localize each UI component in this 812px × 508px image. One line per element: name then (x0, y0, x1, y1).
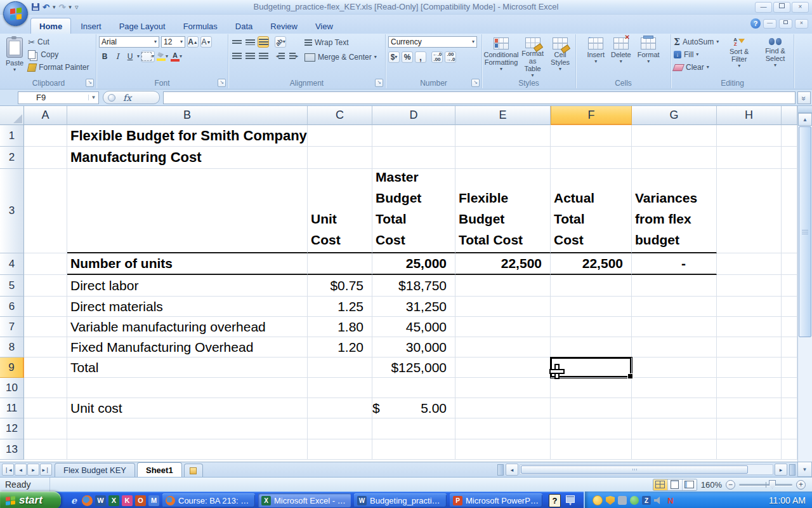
font-name-select[interactable]: Arial▾ (99, 36, 159, 48)
format-as-table-button[interactable]: Format as Table▾ (519, 36, 546, 79)
cell-D2[interactable] (372, 147, 455, 169)
workbook-restore-button[interactable] (779, 19, 792, 29)
page-layout-view-button[interactable] (668, 479, 683, 490)
cell-E13[interactable] (455, 439, 551, 460)
outlook-icon[interactable]: O (135, 495, 146, 506)
column-header-B[interactable]: B (67, 106, 308, 125)
cell-F5[interactable] (551, 275, 632, 297)
workbook-close-button[interactable]: × (795, 19, 808, 29)
insert-worksheet-button[interactable] (184, 464, 203, 477)
fill-handle[interactable] (627, 373, 633, 379)
update-icon[interactable] (630, 496, 639, 505)
excel-icon[interactable]: X (108, 495, 119, 506)
task-button-powerpoint[interactable]: P Microsoft PowerPoint ... (450, 493, 542, 507)
column-header-H[interactable]: H (717, 106, 782, 125)
cell-F8[interactable] (551, 337, 632, 358)
cell-H4[interactable] (717, 253, 782, 275)
bold-button[interactable]: B (99, 51, 110, 62)
maximize-button[interactable] (773, 2, 790, 13)
column-header-F[interactable]: F (551, 106, 632, 125)
cell-E5[interactable] (455, 275, 551, 297)
key-icon[interactable] (618, 496, 627, 505)
cell-D6[interactable]: 31,250 (372, 297, 455, 317)
zoom-slider-thumb[interactable] (769, 480, 776, 489)
cell-G5[interactable] (632, 275, 717, 297)
cell-F13[interactable] (551, 439, 632, 460)
cell-H8[interactable] (717, 337, 782, 358)
cell-H2[interactable] (717, 147, 782, 169)
cell-B3[interactable] (67, 169, 308, 253)
cell-C2[interactable] (308, 147, 372, 169)
cell-H10[interactable] (717, 378, 782, 398)
shield-icon[interactable] (606, 496, 615, 505)
column-header-C[interactable]: C (308, 106, 372, 125)
cell-E6[interactable] (455, 297, 551, 317)
cell-I12[interactable] (782, 418, 797, 439)
cell-E12[interactable] (455, 418, 551, 439)
cell-B5[interactable]: Direct labor (67, 275, 308, 297)
align-left-button[interactable] (231, 50, 242, 62)
select-all-corner[interactable] (0, 106, 24, 125)
font-size-select[interactable]: 12▾ (161, 36, 185, 48)
cell-G2[interactable] (632, 147, 717, 169)
cell-G4[interactable]: - (632, 253, 717, 275)
task-button-excel[interactable]: X Microsoft Excel - Bud... (258, 493, 351, 507)
align-center-button[interactable] (244, 50, 256, 62)
decrease-indent-button[interactable]: ◂ (275, 50, 286, 62)
cell-E3[interactable]: Flexible Budget Total Cost (455, 169, 551, 253)
word-icon[interactable]: W (95, 495, 106, 506)
column-header-A[interactable]: A (24, 106, 67, 125)
cell-G10[interactable] (632, 378, 717, 398)
underline-button[interactable]: U (124, 51, 136, 62)
cell-I4[interactable] (782, 253, 797, 275)
cell-H11[interactable] (717, 398, 782, 418)
scroll-right-icon[interactable]: ▸ (775, 464, 787, 476)
cell-B13[interactable] (67, 439, 308, 460)
last-sheet-icon[interactable]: ▸❘ (40, 464, 52, 476)
cell-I8[interactable] (782, 337, 797, 358)
cell-C11[interactable] (308, 398, 372, 418)
scroll-left-icon[interactable]: ◂ (506, 464, 518, 476)
row-header-10[interactable]: 10 (0, 378, 24, 398)
horizontal-scroll-thumb[interactable] (521, 465, 748, 474)
insert-cells-button[interactable]: Insert▾ (585, 36, 606, 79)
cell-E2[interactable] (455, 147, 551, 169)
tab-insert[interactable]: Insert (72, 18, 110, 34)
zoom-level[interactable]: 160% (701, 480, 722, 490)
column-header-G[interactable]: G (632, 106, 717, 125)
cell-D12[interactable] (372, 418, 455, 439)
cell-G12[interactable] (632, 418, 717, 439)
cut-button[interactable]: ✂Cut (28, 36, 89, 48)
horizontal-split-handle[interactable] (789, 464, 796, 476)
internet-explorer-icon[interactable]: e (69, 495, 79, 506)
fill-color-button[interactable]: ▾ (156, 51, 169, 62)
cell-A7[interactable] (24, 317, 67, 337)
name-box[interactable]: F9 ▼ (18, 91, 99, 104)
cell-I9[interactable] (782, 358, 797, 378)
shrink-font-button[interactable]: A▼ (200, 36, 212, 48)
office-button[interactable] (3, 1, 28, 26)
cell-I1[interactable] (782, 125, 797, 147)
firefox-icon[interactable] (82, 495, 93, 506)
cell-B2[interactable]: Manufacturing Cost (67, 147, 308, 169)
zoom-slider[interactable] (739, 484, 792, 486)
cell-G6[interactable] (632, 297, 717, 317)
cell-E9[interactable] (455, 358, 551, 378)
tab-home[interactable]: Home (30, 18, 71, 34)
cell-B10[interactable] (67, 378, 308, 398)
cell-H1[interactable] (717, 125, 782, 147)
cell-A1[interactable] (24, 125, 67, 147)
workbook-minimize-button[interactable]: — (763, 19, 776, 29)
sheet-tab-flex-budget-key[interactable]: Flex Budget KEY (55, 463, 135, 477)
number-format-select[interactable]: Currency▾ (388, 36, 477, 48)
cell-C1[interactable] (308, 125, 372, 147)
alignment-dialog-launcher[interactable]: ↘ (375, 79, 383, 87)
cell-styles-button[interactable]: Cell Styles▾ (547, 36, 573, 79)
font-dialog-launcher[interactable]: ↘ (218, 79, 226, 87)
vertical-scroll-thumb[interactable] (799, 126, 811, 337)
help-question-icon[interactable]: ? (549, 494, 561, 507)
sheet-tab-sheet1[interactable]: Sheet1 (137, 462, 182, 477)
cell-F10[interactable] (551, 378, 632, 398)
cell-C7[interactable]: 1.80 (308, 317, 372, 337)
cell-C12[interactable] (308, 418, 372, 439)
